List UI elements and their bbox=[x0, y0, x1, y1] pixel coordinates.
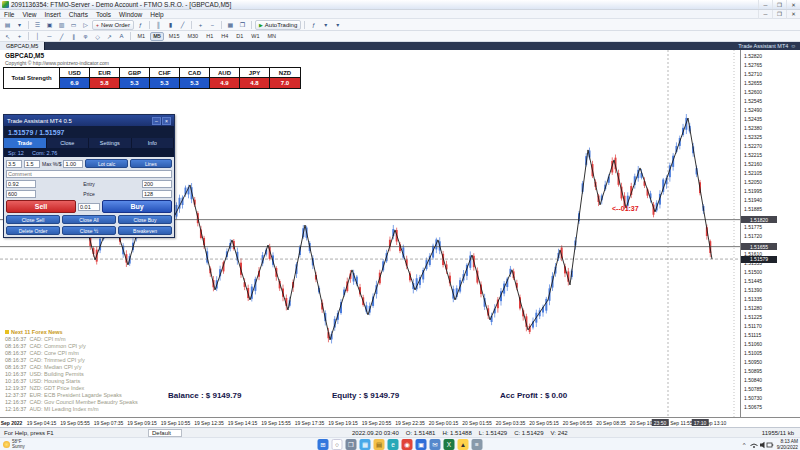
taskbar-excel-icon[interactable]: X bbox=[444, 439, 455, 450]
weather-widget[interactable]: 58°F Sunny bbox=[3, 439, 25, 449]
taskbar-mail-icon[interactable]: ✉ bbox=[430, 439, 441, 450]
bar-chart-icon[interactable]: ║ bbox=[153, 20, 164, 30]
ea-smiley-icon[interactable]: ☺ bbox=[790, 43, 796, 49]
menu-insert[interactable]: Insert bbox=[40, 10, 64, 19]
chart-close-button[interactable]: ✕ bbox=[786, 10, 800, 19]
new-order-button[interactable]: +New Order bbox=[92, 20, 134, 30]
arrow-icon[interactable]: ↗ bbox=[104, 31, 115, 41]
comment-input[interactable] bbox=[6, 170, 172, 178]
profiles-icon[interactable]: ▾ bbox=[14, 20, 25, 30]
strategy-tester-icon[interactable]: ▷ bbox=[80, 20, 91, 30]
timeframe-W1[interactable]: W1 bbox=[248, 32, 263, 41]
close-all-button[interactable]: Close All bbox=[62, 215, 116, 224]
time-axis[interactable]: 19 Sep 202219 Sep 04:1519 Sep 05:5519 Se… bbox=[0, 417, 800, 427]
takeprofit-input[interactable] bbox=[6, 190, 36, 198]
metaeditor-icon[interactable]: ƒ bbox=[135, 20, 146, 30]
navigator-icon[interactable]: ▥ bbox=[56, 20, 67, 30]
risk-percent-input[interactable] bbox=[6, 160, 22, 168]
timeframe-D1[interactable]: D1 bbox=[233, 32, 247, 41]
assistant-minimize-button[interactable]: – bbox=[152, 117, 161, 125]
menu-view[interactable]: View bbox=[18, 10, 40, 19]
stoploss-input[interactable] bbox=[6, 180, 36, 188]
assistant-close-button[interactable]: × bbox=[162, 117, 171, 125]
calculated-lot-input[interactable] bbox=[78, 203, 100, 211]
taskbar-notepad-icon[interactable]: ≡ bbox=[472, 439, 483, 450]
new-chart-icon[interactable]: ▤ bbox=[2, 20, 13, 30]
taskbar-widgets-icon[interactable]: ▦ bbox=[360, 439, 371, 450]
chart-tab-gbpcad-m5[interactable]: GBPCAD,M5 bbox=[0, 42, 45, 50]
delete-order-button[interactable]: Delete Order bbox=[6, 226, 60, 235]
lots-input[interactable] bbox=[63, 160, 83, 168]
price-axis[interactable]: 1.528201.527651.527101.526551.526001.525… bbox=[740, 50, 800, 417]
system-tray[interactable]: ^ 8:13 AM 9/20/2022 bbox=[743, 438, 798, 450]
vertical-line-icon[interactable]: │ bbox=[32, 31, 43, 41]
breakeven-button[interactable]: Breakeven bbox=[118, 226, 172, 235]
line-chart-icon[interactable]: ╱ bbox=[177, 20, 188, 30]
timeframe-M1[interactable]: M1 bbox=[134, 32, 149, 41]
menu-charts[interactable]: Charts bbox=[65, 10, 92, 19]
candlestick-chart-icon[interactable]: ▮ bbox=[165, 20, 176, 30]
data-window-icon[interactable]: ▣ bbox=[44, 20, 55, 30]
chart-minimize-button[interactable]: ─ bbox=[758, 10, 772, 19]
trendline-icon[interactable]: ╱ bbox=[56, 31, 67, 41]
timeframe-H1[interactable]: H1 bbox=[203, 32, 217, 41]
takeprofit-pips-input[interactable] bbox=[142, 190, 172, 198]
timeframe-MN[interactable]: MN bbox=[264, 32, 280, 41]
menu-file[interactable]: File bbox=[0, 10, 18, 19]
stoploss-pips-input[interactable] bbox=[142, 180, 172, 188]
assistant-tab-settings[interactable]: Settings bbox=[89, 138, 132, 148]
tile-windows-icon[interactable]: ▦ bbox=[225, 20, 236, 30]
market-watch-icon[interactable]: ☰ bbox=[32, 20, 43, 30]
assistant-tab-close[interactable]: Close bbox=[47, 138, 90, 148]
autotrading-button[interactable]: ▶AutoTrading bbox=[255, 20, 301, 30]
taskbar-clock[interactable]: 8:13 AM 9/20/2022 bbox=[777, 439, 798, 449]
assistant-tab-trade[interactable]: Trade bbox=[4, 138, 47, 148]
crosshair-icon[interactable]: + bbox=[14, 31, 25, 41]
tray-status-icons[interactable] bbox=[749, 440, 774, 450]
zoom-in-icon[interactable]: + bbox=[195, 20, 206, 30]
sell-button[interactable]: Sell bbox=[6, 200, 76, 213]
menu-tools[interactable]: Tools bbox=[92, 10, 115, 19]
window-close-button[interactable]: ✕ bbox=[786, 0, 800, 9]
timeframe-M30[interactable]: M30 bbox=[184, 32, 202, 41]
horizontal-line-icon[interactable]: ─ bbox=[44, 31, 55, 41]
text-label-icon[interactable]: A bbox=[116, 31, 127, 41]
cascade-windows-icon[interactable]: ❐ bbox=[237, 20, 248, 30]
cursor-icon[interactable]: ↖ bbox=[2, 31, 13, 41]
window-maximize-button[interactable]: ❐ bbox=[772, 0, 786, 9]
taskbar-store-icon[interactable]: ▣ bbox=[416, 439, 427, 450]
close-sell-button[interactable]: Close Sell bbox=[6, 215, 60, 224]
hidden-icons-chevron-icon[interactable]: ^ bbox=[743, 442, 746, 448]
taskbar-file-explorer-icon[interactable]: ▤ bbox=[374, 439, 385, 450]
buy-button[interactable]: Buy bbox=[102, 200, 172, 213]
lot-calc-button[interactable]: Lot calc bbox=[85, 159, 127, 168]
risk-ratio-input[interactable] bbox=[24, 160, 40, 168]
assistant-tab-info[interactable]: Info bbox=[132, 138, 175, 148]
indicators-icon[interactable]: ƒ bbox=[308, 20, 319, 30]
periods-dropdown-icon[interactable]: ▾ bbox=[320, 20, 331, 30]
taskbar-search-icon[interactable]: ○ bbox=[332, 439, 343, 450]
window-minimize-button[interactable]: ─ bbox=[758, 0, 772, 9]
trade-assistant-titlebar[interactable]: Trade Assistant MT4 0.5 – × bbox=[4, 115, 174, 126]
lines-button[interactable]: Lines bbox=[130, 159, 172, 168]
taskbar-task-view-icon[interactable]: ❐ bbox=[346, 439, 357, 450]
taskbar-metatrader-icon[interactable]: ▲ bbox=[458, 439, 469, 450]
menu-window[interactable]: Window bbox=[115, 10, 146, 19]
shapes-icon[interactable]: ◇ bbox=[92, 31, 103, 41]
taskbar-start-icon[interactable]: ⊞ bbox=[318, 439, 329, 450]
channel-icon[interactable]: ∥ bbox=[68, 31, 79, 41]
close-buy-button[interactable]: Close Buy bbox=[118, 215, 172, 224]
taskbar-chrome-icon[interactable]: ◉ bbox=[402, 439, 413, 450]
zoom-out-icon[interactable]: − bbox=[207, 20, 218, 30]
profile-selector[interactable]: Default bbox=[148, 429, 182, 437]
terminal-icon[interactable]: ▭ bbox=[68, 20, 79, 30]
menu-help[interactable]: Help bbox=[146, 10, 167, 19]
timeframe-M5[interactable]: M5 bbox=[150, 32, 165, 41]
timeframe-M15[interactable]: M15 bbox=[165, 32, 183, 41]
close-half-button[interactable]: Close ½ bbox=[62, 226, 116, 235]
chart-restore-button[interactable]: ❐ bbox=[772, 10, 786, 19]
fibonacci-icon[interactable]: φ bbox=[80, 31, 91, 41]
templates-icon[interactable]: ▾ bbox=[332, 20, 343, 30]
timeframe-H4[interactable]: H4 bbox=[218, 32, 232, 41]
taskbar-edge-icon[interactable]: e bbox=[388, 439, 399, 450]
